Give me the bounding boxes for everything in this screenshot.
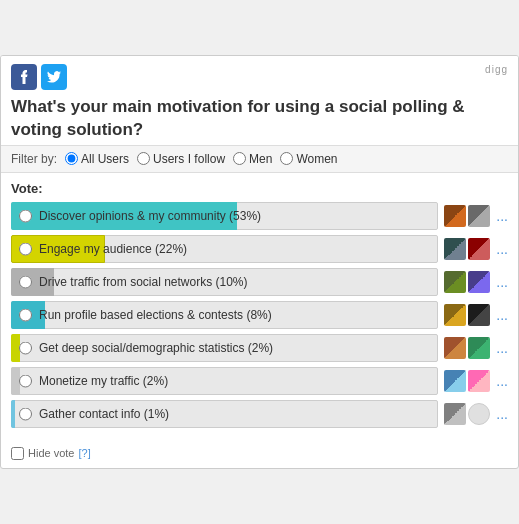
- poll-bar-text: Discover opinions & my community (53%): [39, 209, 261, 223]
- filter-all-users[interactable]: All Users: [65, 152, 129, 166]
- vote-section: Vote: Discover opinions & my community (…: [1, 173, 518, 441]
- avatar: [444, 337, 466, 359]
- poll-bar-fill: [11, 400, 15, 428]
- avatar: [468, 337, 490, 359]
- poll-vote-radio[interactable]: [19, 242, 32, 255]
- social-icons: [11, 64, 508, 90]
- filter-men-label: Men: [249, 152, 272, 166]
- avatar: [468, 370, 490, 392]
- avatar: [468, 238, 490, 260]
- poll-bar-container: Engage my audience (22%): [11, 235, 438, 263]
- poll-item: Run profile based elections & contests (…: [11, 301, 508, 329]
- filter-label: Filter by:: [11, 152, 57, 166]
- avatar: [444, 271, 466, 293]
- filter-men[interactable]: Men: [233, 152, 272, 166]
- filter-follow-label: Users I follow: [153, 152, 225, 166]
- poll-vote-radio[interactable]: [19, 275, 32, 288]
- poll-avatars: [444, 304, 490, 326]
- poll-bar-text: Monetize my traffic (2%): [39, 374, 168, 388]
- poll-bar-text: Engage my audience (22%): [39, 242, 187, 256]
- poll-item: Discover opinions & my community (53%)..…: [11, 202, 508, 230]
- more-voters-icon[interactable]: ...: [496, 274, 508, 290]
- avatar: [468, 205, 490, 227]
- poll-bar-container: Gather contact info (1%): [11, 400, 438, 428]
- poll-item: Engage my audience (22%)...: [11, 235, 508, 263]
- poll-avatars: [444, 370, 490, 392]
- widget-header: digg What's your main motivation for usi…: [1, 56, 518, 144]
- more-voters-icon[interactable]: ...: [496, 373, 508, 389]
- avatar: [444, 238, 466, 260]
- avatar: [444, 403, 466, 425]
- poll-vote-radio[interactable]: [19, 407, 32, 420]
- poll-avatars: [444, 337, 490, 359]
- poll-item: Drive traffic from social networks (10%)…: [11, 268, 508, 296]
- poll-avatars: [444, 205, 490, 227]
- poll-bar-text: Gather contact info (1%): [39, 407, 169, 421]
- avatar: [468, 271, 490, 293]
- poll-bar-container: Monetize my traffic (2%): [11, 367, 438, 395]
- more-voters-icon[interactable]: ...: [496, 241, 508, 257]
- facebook-icon[interactable]: [11, 64, 37, 90]
- twitter-icon[interactable]: [41, 64, 67, 90]
- avatar: [444, 205, 466, 227]
- poll-vote-radio[interactable]: [19, 341, 32, 354]
- hide-vote-checkbox[interactable]: [11, 447, 24, 460]
- poll-bar-container: Drive traffic from social networks (10%): [11, 268, 438, 296]
- poll-vote-radio[interactable]: [19, 209, 32, 222]
- poll-avatars: [444, 271, 490, 293]
- hide-vote-label: Hide vote: [28, 447, 74, 459]
- poll-item: Gather contact info (1%)...: [11, 400, 508, 428]
- poll-avatars: [444, 238, 490, 260]
- filter-bar: Filter by: All Users Users I follow Men …: [1, 145, 518, 173]
- avatar: [444, 370, 466, 392]
- filter-follow[interactable]: Users I follow: [137, 152, 225, 166]
- poll-bar-text: Get deep social/demographic statistics (…: [39, 341, 273, 355]
- poll-bar-text: Run profile based elections & contests (…: [39, 308, 272, 322]
- poll-item: Monetize my traffic (2%)...: [11, 367, 508, 395]
- poll-bar-container: Run profile based elections & contests (…: [11, 301, 438, 329]
- poll-items-container: Discover opinions & my community (53%)..…: [11, 202, 508, 428]
- poll-avatars: [444, 403, 490, 425]
- filter-women[interactable]: Women: [280, 152, 337, 166]
- poll-vote-radio[interactable]: [19, 308, 32, 321]
- poll-item: Get deep social/demographic statistics (…: [11, 334, 508, 362]
- filter-follow-radio[interactable]: [137, 152, 150, 165]
- filter-all-label: All Users: [81, 152, 129, 166]
- poll-bar-text: Drive traffic from social networks (10%): [39, 275, 248, 289]
- hide-vote-row: Hide vote [?]: [1, 441, 518, 468]
- poll-widget: digg What's your main motivation for usi…: [0, 55, 519, 468]
- poll-bar-container: Discover opinions & my community (53%): [11, 202, 438, 230]
- filter-men-radio[interactable]: [233, 152, 246, 165]
- filter-women-radio[interactable]: [280, 152, 293, 165]
- vote-label: Vote:: [11, 181, 508, 196]
- filter-all-radio[interactable]: [65, 152, 78, 165]
- hide-vote-help[interactable]: [?]: [78, 447, 90, 459]
- digg-logo: digg: [485, 64, 508, 75]
- avatar: [444, 304, 466, 326]
- poll-vote-radio[interactable]: [19, 374, 32, 387]
- poll-bar-container: Get deep social/demographic statistics (…: [11, 334, 438, 362]
- more-voters-icon[interactable]: ...: [496, 340, 508, 356]
- more-voters-icon[interactable]: ...: [496, 208, 508, 224]
- more-voters-icon[interactable]: ...: [496, 406, 508, 422]
- avatar: [468, 403, 490, 425]
- avatar: [468, 304, 490, 326]
- filter-women-label: Women: [296, 152, 337, 166]
- more-voters-icon[interactable]: ...: [496, 307, 508, 323]
- poll-question: What's your main motivation for using a …: [11, 96, 508, 140]
